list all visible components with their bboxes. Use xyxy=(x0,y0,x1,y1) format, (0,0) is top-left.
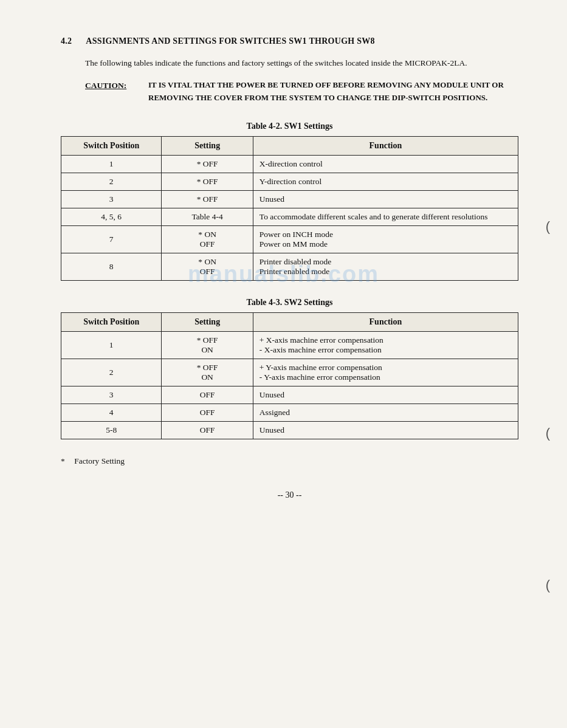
table1-header-switch: Switch Position xyxy=(61,136,162,155)
table-row: 2 * OFF Y-direction control xyxy=(61,173,518,190)
table-row: 2 * OFFON + Y-axis machine error compens… xyxy=(61,359,518,386)
table-row: 3 * OFF Unused xyxy=(61,190,518,208)
table1-header-function: Function xyxy=(253,136,518,155)
bracket-1: ( xyxy=(546,219,550,235)
sw2-row5-function: Unused xyxy=(253,421,518,439)
sw2-row3-function: Unused xyxy=(253,386,518,403)
sw2-row4-setting: OFF xyxy=(162,403,253,421)
table2-header-switch: Switch Position xyxy=(61,312,162,331)
sw1-row2-pos: 2 xyxy=(61,173,162,190)
table-row: 1 * OFF X-direction control xyxy=(61,155,518,173)
table2-header-function: Function xyxy=(253,312,518,331)
sw1-row5-pos: 7 xyxy=(61,225,162,253)
sw2-row5-setting: OFF xyxy=(162,421,253,439)
section-heading: 4.2 ASSIGNMENTS AND SETTINGS FOR SWITCHE… xyxy=(61,36,518,46)
sw1-row3-setting: * OFF xyxy=(162,190,253,208)
sw1-row1-function: X-direction control xyxy=(253,155,518,173)
sw2-row4-pos: 4 xyxy=(61,403,162,421)
table-row: 4 OFF Assigned xyxy=(61,403,518,421)
sw1-row1-setting: * OFF xyxy=(162,155,253,173)
caution-block: CAUTION: IT IS VITAL THAT THE POWER BE T… xyxy=(85,79,518,105)
caution-text: IT IS VITAL THAT THE POWER BE TURNED OFF… xyxy=(148,79,518,105)
table2-title: Table 4-3. SW2 Settings xyxy=(61,298,518,307)
bracket-2: ( xyxy=(546,425,550,441)
asterisk-symbol: * xyxy=(61,456,65,465)
table1-header-setting: Setting xyxy=(162,136,253,155)
sw2-row2-setting: * OFFON xyxy=(162,359,253,386)
sw2-row2-function: + Y-axis machine error compensation- Y-a… xyxy=(253,359,518,386)
table-sw2: Switch Position Setting Function 1 * OFF… xyxy=(61,312,518,439)
table-row: 3 OFF Unused xyxy=(61,386,518,403)
sw1-row4-setting: Table 4-4 xyxy=(162,208,253,225)
sw1-row2-setting: * OFF xyxy=(162,173,253,190)
sw1-row3-function: Unused xyxy=(253,190,518,208)
sw2-row5-pos: 5-8 xyxy=(61,421,162,439)
sw2-row3-pos: 3 xyxy=(61,386,162,403)
footer-note: * Factory Setting xyxy=(61,456,518,466)
page: manualslib.com ( ( ( 4.2 ASSIGNMENTS AND… xyxy=(0,0,567,728)
bracket-3: ( xyxy=(546,577,550,593)
section-number: 4.2 xyxy=(61,36,72,46)
caution-label: CAUTION: xyxy=(85,79,140,105)
sw2-row1-function: + X-axis machine error compensation- X-a… xyxy=(253,331,518,359)
table1-title: Table 4-2. SW1 Settings xyxy=(61,122,518,131)
section-title: ASSIGNMENTS AND SETTINGS FOR SWITCHES SW… xyxy=(86,36,375,46)
table1-header-row: Switch Position Setting Function xyxy=(61,136,518,155)
sw1-row6-setting: * ONOFF xyxy=(162,253,253,280)
sw1-row3-pos: 3 xyxy=(61,190,162,208)
table-row: 7 * ONOFF Power on INCH modePower on MM … xyxy=(61,225,518,253)
page-number: -- 30 -- xyxy=(61,490,518,500)
sw1-row6-function: Printer disabled modePrinter enabled mod… xyxy=(253,253,518,280)
table-row: 5-8 OFF Unused xyxy=(61,421,518,439)
sw1-row2-function: Y-direction control xyxy=(253,173,518,190)
sw2-row4-function: Assigned xyxy=(253,403,518,421)
table-row: 8 * ONOFF Printer disabled modePrinter e… xyxy=(61,253,518,280)
table-row: 4, 5, 6 Table 4-4 To accommodate differe… xyxy=(61,208,518,225)
table2-header-setting: Setting xyxy=(162,312,253,331)
sw1-row4-pos: 4, 5, 6 xyxy=(61,208,162,225)
sw1-row5-function: Power on INCH modePower on MM mode xyxy=(253,225,518,253)
sw2-row1-setting: * OFFON xyxy=(162,331,253,359)
sw2-row3-setting: OFF xyxy=(162,386,253,403)
sw2-row1-pos: 1 xyxy=(61,331,162,359)
intro-text: The following tables indicate the functi… xyxy=(85,57,518,69)
sw1-row6-pos: 8 xyxy=(61,253,162,280)
sw1-row5-setting: * ONOFF xyxy=(162,225,253,253)
factory-setting-label: Factory Setting xyxy=(74,456,125,465)
table2-header-row: Switch Position Setting Function xyxy=(61,312,518,331)
table-row: 1 * OFFON + X-axis machine error compens… xyxy=(61,331,518,359)
sw1-row1-pos: 1 xyxy=(61,155,162,173)
table-sw1: Switch Position Setting Function 1 * OFF… xyxy=(61,136,518,281)
sw1-row4-function: To accommodate different scales and to g… xyxy=(253,208,518,225)
sw2-row2-pos: 2 xyxy=(61,359,162,386)
